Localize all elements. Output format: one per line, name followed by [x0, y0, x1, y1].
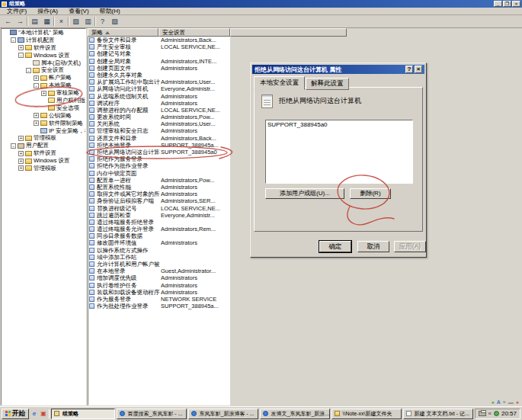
- policy-row[interactable]: 创建全局对象 Administrators,INTE...: [88, 58, 229, 65]
- policy-row[interactable]: 拒绝本地登录 SUPPORT_388945a...: [88, 142, 229, 149]
- policy-row[interactable]: 执行卷维护任务 Administrators: [88, 282, 229, 289]
- policy-row[interactable]: 创建记号对象: [88, 50, 229, 57]
- tree-expand-toggle[interactable]: +: [18, 45, 24, 50]
- policy-row[interactable]: 配置系统性能 Administrators: [88, 184, 229, 191]
- tree-item[interactable]: - 本地策略: [2, 82, 85, 89]
- dialog-close-button[interactable]: ×: [415, 66, 422, 73]
- ok-button[interactable]: 确定: [319, 241, 351, 252]
- up-one-level-icon[interactable]: ▤: [29, 17, 40, 27]
- policy-row[interactable]: 备份文件和目录 Administrators,Back...: [88, 37, 229, 43]
- tree-item[interactable]: 脚本(启动/关机): [2, 59, 85, 67]
- policy-row[interactable]: 拒绝作为服务登录: [88, 155, 229, 162]
- tree-item[interactable]: - 用户配置: [2, 142, 85, 149]
- policy-row[interactable]: 身份验证后模拟客户端 Administrators,SER...: [88, 197, 229, 204]
- status-icon[interactable]: [494, 411, 499, 416]
- minimize-button[interactable]: _: [494, 1, 502, 7]
- tree-item[interactable]: + 软件限制策略: [2, 120, 85, 127]
- tree-item[interactable]: + 软件设置: [2, 149, 85, 157]
- policy-row[interactable]: 创建页面文件 Administrators: [88, 65, 229, 72]
- tree-expand-toggle[interactable]: +: [34, 113, 39, 118]
- tree-expand-toggle[interactable]: +: [18, 159, 24, 164]
- task-button[interactable]: 东风车影_新浪博客 - ...: [188, 409, 258, 419]
- policy-row[interactable]: 修改固件环境值 Administrators: [88, 239, 229, 246]
- policy-row[interactable]: 取得文件或其它对象的所有权 Administrators: [88, 191, 229, 197]
- tree-item[interactable]: IP 安全策略，在: [2, 127, 85, 135]
- add-user-or-group-button[interactable]: 添加用户或组(U)...: [265, 188, 344, 199]
- ime-language-bar[interactable]: ● A » ▬ ●: [492, 399, 519, 406]
- policy-row[interactable]: 替换进程级记号 LOCAL SERVICE,NE...: [88, 205, 229, 212]
- tree-item[interactable]: 安全选项: [2, 104, 85, 112]
- quicklaunch-icon[interactable]: ▣: [40, 410, 47, 418]
- new-window-icon[interactable]: ▨: [109, 17, 120, 27]
- start-button[interactable]: 开始: [2, 409, 29, 419]
- tree-item[interactable]: + 公钥策略: [2, 112, 85, 120]
- menu-item[interactable]: 查看(V): [63, 8, 94, 15]
- column-header-policy[interactable]: 策略: [88, 28, 159, 37]
- tree-item[interactable]: - 计算机配置: [2, 37, 85, 44]
- collapse-chevron-icon[interactable]: «: [488, 410, 492, 418]
- policy-row[interactable]: 以操作系统方式操作: [88, 247, 229, 254]
- policy-row[interactable]: 更改系统时间 Administrators,Pow...: [88, 114, 229, 120]
- tree-item[interactable]: - Windows 设置: [2, 52, 85, 59]
- tree-expand-toggle[interactable]: -: [26, 68, 31, 73]
- policy-row[interactable]: 管理审核和安全日志 Administrators: [88, 127, 229, 134]
- column-header-security-setting[interactable]: 安全设置: [159, 28, 230, 37]
- policy-row[interactable]: 调整进程的内存配额 LOCAL SERVICE,NE...: [88, 107, 229, 114]
- dialog-help-button[interactable]: ?: [405, 66, 413, 73]
- back-icon[interactable]: ←: [2, 17, 14, 27]
- separator[interactable]: [94, 17, 96, 26]
- listbox-entry[interactable]: SUPPORT_388945a0: [267, 121, 411, 129]
- tree-item[interactable]: + Windows 设置: [2, 157, 85, 165]
- tree-item[interactable]: "本地计算机" 策略: [2, 29, 85, 37]
- tree-expand-toggle[interactable]: -: [34, 83, 39, 88]
- tab-local-security-setting[interactable]: 本地安全设置: [254, 76, 305, 90]
- policy-row[interactable]: 从网络访问此计算机 Everyone,Administr...: [88, 85, 229, 92]
- policy-row[interactable]: 从扩展坞工作站中取出计算机 Administrators,User...: [88, 79, 229, 85]
- policy-row[interactable]: 拒绝作为批作业登录: [88, 162, 229, 169]
- policy-row[interactable]: 在本地登录 Guest,Administrator...: [88, 268, 229, 274]
- policy-row[interactable]: 作为服务登录 NETWORK SERVICE: [88, 296, 229, 303]
- policy-row[interactable]: 通过终端服务拒绝登录: [88, 219, 229, 226]
- policy-row[interactable]: 域中添加工作站: [88, 254, 229, 261]
- tree-expand-toggle[interactable]: -: [11, 143, 16, 149]
- tree-item[interactable]: 用户权利指派: [2, 97, 85, 104]
- tree-expand-toggle[interactable]: -: [11, 37, 16, 43]
- policy-row[interactable]: 增加调度优先级 Administrators: [88, 274, 229, 281]
- delete-icon[interactable]: ×: [56, 17, 67, 27]
- user-group-listbox[interactable]: SUPPORT_388945a0: [265, 120, 413, 184]
- menu-item[interactable]: 帮助(H): [94, 8, 126, 15]
- tree-expand-toggle[interactable]: +: [34, 120, 39, 126]
- tree-item[interactable]: - 安全设置: [2, 66, 85, 74]
- remove-button[interactable]: 删除(R): [350, 188, 391, 199]
- export-list-icon[interactable]: ▥: [82, 17, 94, 27]
- policy-row[interactable]: 同步目录服务数据: [88, 232, 229, 239]
- policy-row[interactable]: 还原文件和目录 Administrators,Back...: [88, 135, 229, 142]
- printer-icon[interactable]: [479, 411, 486, 416]
- tree-item[interactable]: + 管理模板: [2, 134, 85, 142]
- tree-item[interactable]: + 帐户策略: [2, 74, 85, 82]
- policy-row[interactable]: 关闭系统 Administrators,User...: [88, 120, 229, 127]
- task-button[interactable]: 百度搜索_东风车影 - ...: [117, 409, 187, 419]
- tree-item[interactable]: + 管理模板: [2, 165, 85, 172]
- policy-row[interactable]: 作为批处理作业登录 SUPPORT_388945a...: [88, 303, 229, 309]
- task-button[interactable]: 新建 文本文档.txt - 记...: [403, 409, 473, 419]
- task-button[interactable]: 组策略: [51, 409, 115, 419]
- menu-item[interactable]: 文件(F): [2, 8, 32, 15]
- policy-row[interactable]: 允许计算机和用户帐户被信任...: [88, 261, 229, 268]
- policy-row[interactable]: 通过终端服务允许登录 Administrators,Rem...: [88, 226, 229, 232]
- task-button[interactable]: \\Note-xx\新建文件夹: [331, 409, 402, 419]
- clock[interactable]: 20:57: [501, 410, 517, 417]
- tree-expand-toggle[interactable]: +: [18, 151, 24, 156]
- tree-expand-toggle[interactable]: +: [34, 75, 39, 81]
- tree-item[interactable]: + 审核策略: [2, 89, 85, 97]
- show-console-tree-icon[interactable]: ▦: [41, 17, 53, 27]
- cancel-button[interactable]: 取消: [357, 241, 389, 252]
- separator[interactable]: [27, 17, 28, 26]
- help-icon[interactable]: ?: [97, 17, 108, 27]
- policy-row[interactable]: 跳过遍历检查 Everyone,Administr...: [88, 212, 229, 219]
- policy-row[interactable]: 配置单一进程 Administrators,Pow...: [88, 177, 229, 184]
- menu-item[interactable]: 操作(A): [32, 8, 63, 15]
- restore-button[interactable]: ❐: [503, 1, 511, 7]
- properties-icon[interactable]: ▧: [70, 17, 82, 27]
- tree-expand-toggle[interactable]: +: [41, 91, 46, 96]
